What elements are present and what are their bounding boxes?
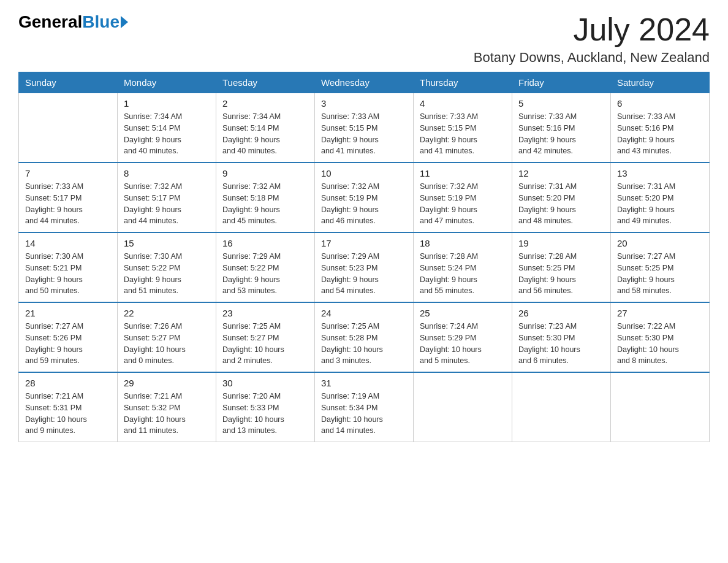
calendar-cell: 5Sunrise: 7:33 AMSunset: 5:16 PMDaylight… xyxy=(512,93,611,163)
day-number: 18 xyxy=(420,238,506,248)
day-number: 16 xyxy=(222,238,308,248)
calendar-cell: 12Sunrise: 7:31 AMSunset: 5:20 PMDayligh… xyxy=(512,163,611,232)
week-row-3: 14Sunrise: 7:30 AMSunset: 5:21 PMDayligh… xyxy=(19,232,710,302)
day-info: Sunrise: 7:29 AMSunset: 5:22 PMDaylight:… xyxy=(222,251,308,297)
location-subtitle: Botany Downs, Auckland, New Zealand xyxy=(474,50,710,66)
day-info: Sunrise: 7:28 AMSunset: 5:24 PMDaylight:… xyxy=(420,251,506,297)
day-info: Sunrise: 7:30 AMSunset: 5:22 PMDaylight:… xyxy=(124,251,210,297)
day-number: 19 xyxy=(518,238,604,248)
calendar-cell: 31Sunrise: 7:19 AMSunset: 5:34 PMDayligh… xyxy=(315,372,414,442)
day-number: 14 xyxy=(25,238,111,248)
day-number: 5 xyxy=(518,98,604,109)
day-info: Sunrise: 7:19 AMSunset: 5:34 PMDaylight:… xyxy=(321,391,407,437)
day-number: 22 xyxy=(124,308,210,318)
logo: General Blue xyxy=(18,12,128,32)
week-row-2: 7Sunrise: 7:33 AMSunset: 5:17 PMDaylight… xyxy=(19,163,710,232)
week-row-5: 28Sunrise: 7:21 AMSunset: 5:31 PMDayligh… xyxy=(19,372,710,442)
calendar-cell: 7Sunrise: 7:33 AMSunset: 5:17 PMDaylight… xyxy=(19,163,118,232)
day-info: Sunrise: 7:29 AMSunset: 5:23 PMDaylight:… xyxy=(321,251,407,297)
calendar-cell: 13Sunrise: 7:31 AMSunset: 5:20 PMDayligh… xyxy=(611,163,710,232)
day-info: Sunrise: 7:30 AMSunset: 5:21 PMDaylight:… xyxy=(25,251,111,297)
day-number: 10 xyxy=(321,168,407,178)
calendar-cell: 22Sunrise: 7:26 AMSunset: 5:27 PMDayligh… xyxy=(118,302,216,372)
day-info: Sunrise: 7:25 AMSunset: 5:28 PMDaylight:… xyxy=(321,321,407,367)
calendar-cell: 14Sunrise: 7:30 AMSunset: 5:21 PMDayligh… xyxy=(19,232,118,302)
day-number: 24 xyxy=(321,308,407,318)
week-row-1: 1Sunrise: 7:34 AMSunset: 5:14 PMDaylight… xyxy=(19,93,710,163)
day-info: Sunrise: 7:32 AMSunset: 5:18 PMDaylight:… xyxy=(222,181,308,227)
day-info: Sunrise: 7:32 AMSunset: 5:19 PMDaylight:… xyxy=(321,181,407,227)
day-info: Sunrise: 7:24 AMSunset: 5:29 PMDaylight:… xyxy=(420,321,506,367)
calendar-cell: 23Sunrise: 7:25 AMSunset: 5:27 PMDayligh… xyxy=(216,302,315,372)
calendar-cell: 24Sunrise: 7:25 AMSunset: 5:28 PMDayligh… xyxy=(315,302,414,372)
calendar-cell: 30Sunrise: 7:20 AMSunset: 5:33 PMDayligh… xyxy=(216,372,315,442)
day-info: Sunrise: 7:33 AMSunset: 5:16 PMDaylight:… xyxy=(617,111,703,157)
calendar-cell: 28Sunrise: 7:21 AMSunset: 5:31 PMDayligh… xyxy=(19,372,118,442)
day-info: Sunrise: 7:25 AMSunset: 5:27 PMDaylight:… xyxy=(222,321,308,367)
day-info: Sunrise: 7:20 AMSunset: 5:33 PMDaylight:… xyxy=(222,391,308,437)
title-section: July 2024 Botany Downs, Auckland, New Ze… xyxy=(474,12,710,66)
day-number: 6 xyxy=(617,98,703,109)
calendar-cell xyxy=(19,93,118,163)
logo-triangle-icon xyxy=(121,16,128,28)
day-number: 9 xyxy=(222,168,308,178)
calendar-cell: 11Sunrise: 7:32 AMSunset: 5:19 PMDayligh… xyxy=(414,163,512,232)
day-info: Sunrise: 7:33 AMSunset: 5:16 PMDaylight:… xyxy=(518,111,604,157)
day-number: 25 xyxy=(420,308,506,318)
day-info: Sunrise: 7:28 AMSunset: 5:25 PMDaylight:… xyxy=(518,251,604,297)
calendar-cell: 3Sunrise: 7:33 AMSunset: 5:15 PMDaylight… xyxy=(315,93,414,163)
day-number: 12 xyxy=(518,168,604,178)
day-info: Sunrise: 7:32 AMSunset: 5:19 PMDaylight:… xyxy=(420,181,506,227)
page-header: General Blue July 2024 Botany Downs, Auc… xyxy=(18,12,710,66)
day-number: 28 xyxy=(25,378,111,388)
logo-blue-text: Blue xyxy=(82,12,119,32)
day-number: 4 xyxy=(420,98,506,109)
calendar-cell: 8Sunrise: 7:32 AMSunset: 5:17 PMDaylight… xyxy=(118,163,216,232)
day-number: 30 xyxy=(222,378,308,388)
weekday-header-wednesday: Wednesday xyxy=(315,72,414,93)
day-number: 17 xyxy=(321,238,407,248)
day-info: Sunrise: 7:27 AMSunset: 5:26 PMDaylight:… xyxy=(25,321,111,367)
calendar-table: SundayMondayTuesdayWednesdayThursdayFrid… xyxy=(18,72,710,442)
calendar-cell: 21Sunrise: 7:27 AMSunset: 5:26 PMDayligh… xyxy=(19,302,118,372)
day-number: 3 xyxy=(321,98,407,109)
week-row-4: 21Sunrise: 7:27 AMSunset: 5:26 PMDayligh… xyxy=(19,302,710,372)
day-number: 1 xyxy=(124,98,210,109)
calendar-cell xyxy=(512,372,611,442)
weekday-header-row: SundayMondayTuesdayWednesdayThursdayFrid… xyxy=(19,72,710,93)
day-info: Sunrise: 7:33 AMSunset: 5:15 PMDaylight:… xyxy=(321,111,407,157)
day-number: 21 xyxy=(25,308,111,318)
weekday-header-monday: Monday xyxy=(118,72,216,93)
day-info: Sunrise: 7:22 AMSunset: 5:30 PMDaylight:… xyxy=(617,321,703,367)
day-info: Sunrise: 7:33 AMSunset: 5:15 PMDaylight:… xyxy=(420,111,506,157)
calendar-cell: 29Sunrise: 7:21 AMSunset: 5:32 PMDayligh… xyxy=(118,372,216,442)
calendar-cell: 25Sunrise: 7:24 AMSunset: 5:29 PMDayligh… xyxy=(414,302,512,372)
day-info: Sunrise: 7:34 AMSunset: 5:14 PMDaylight:… xyxy=(222,111,308,157)
day-number: 29 xyxy=(124,378,210,388)
calendar-cell: 18Sunrise: 7:28 AMSunset: 5:24 PMDayligh… xyxy=(414,232,512,302)
day-info: Sunrise: 7:34 AMSunset: 5:14 PMDaylight:… xyxy=(124,111,210,157)
weekday-header-friday: Friday xyxy=(512,72,611,93)
day-info: Sunrise: 7:31 AMSunset: 5:20 PMDaylight:… xyxy=(518,181,604,227)
day-number: 7 xyxy=(25,168,111,178)
day-info: Sunrise: 7:31 AMSunset: 5:20 PMDaylight:… xyxy=(617,181,703,227)
day-number: 23 xyxy=(222,308,308,318)
calendar-cell: 4Sunrise: 7:33 AMSunset: 5:15 PMDaylight… xyxy=(414,93,512,163)
day-number: 8 xyxy=(124,168,210,178)
weekday-header-saturday: Saturday xyxy=(611,72,710,93)
day-info: Sunrise: 7:21 AMSunset: 5:32 PMDaylight:… xyxy=(124,391,210,437)
calendar-cell: 1Sunrise: 7:34 AMSunset: 5:14 PMDaylight… xyxy=(118,93,216,163)
calendar-cell: 20Sunrise: 7:27 AMSunset: 5:25 PMDayligh… xyxy=(611,232,710,302)
weekday-header-thursday: Thursday xyxy=(414,72,512,93)
day-number: 31 xyxy=(321,378,407,388)
weekday-header-sunday: Sunday xyxy=(19,72,118,93)
day-number: 11 xyxy=(420,168,506,178)
day-info: Sunrise: 7:32 AMSunset: 5:17 PMDaylight:… xyxy=(124,181,210,227)
day-number: 15 xyxy=(124,238,210,248)
day-number: 20 xyxy=(617,238,703,248)
day-number: 27 xyxy=(617,308,703,318)
calendar-cell: 15Sunrise: 7:30 AMSunset: 5:22 PMDayligh… xyxy=(118,232,216,302)
day-number: 2 xyxy=(222,98,308,109)
weekday-header-tuesday: Tuesday xyxy=(216,72,315,93)
calendar-cell: 16Sunrise: 7:29 AMSunset: 5:22 PMDayligh… xyxy=(216,232,315,302)
